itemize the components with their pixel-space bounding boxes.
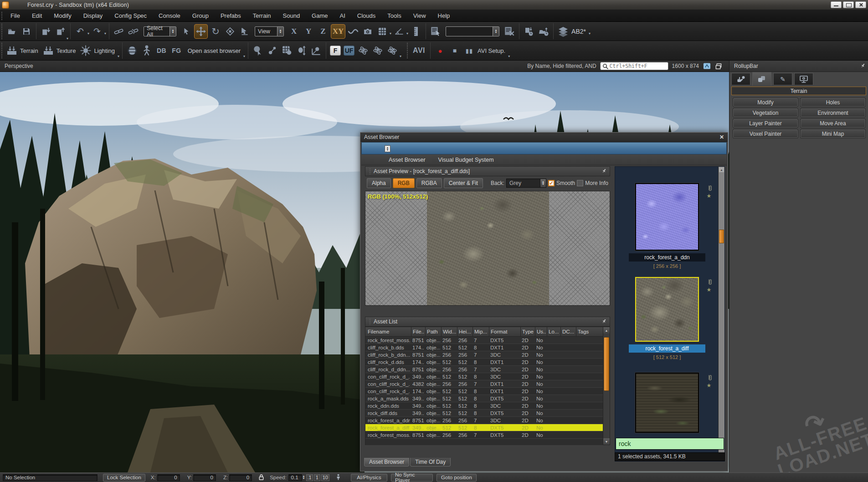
lighting-icon[interactable] (79, 43, 92, 58)
freeze-button[interactable]: F (330, 46, 341, 56)
axis-x-button[interactable]: X (287, 24, 301, 39)
drag-handle[interactable] (1, 23, 3, 39)
asset-list-scrollbar[interactable]: ▲ ▼ (603, 327, 610, 445)
menu-item[interactable]: Console (153, 10, 186, 22)
rollup-button[interactable]: Layer Painter (733, 119, 798, 128)
menu-item[interactable]: Game (306, 10, 334, 22)
menu-item[interactable]: Terrain (247, 10, 277, 22)
select-all-dropdown[interactable]: Select All ▲▼ (144, 26, 176, 36)
dropdown-caret[interactable]: ▾ (406, 31, 408, 36)
dropdown-caret[interactable]: ▾ (87, 31, 89, 36)
thumbnail-rock-forest-a-diff[interactable] (635, 277, 699, 342)
drag-handle[interactable] (1, 42, 3, 59)
dock-tab-asset-browser[interactable]: Asset Browser (364, 458, 409, 467)
column-width[interactable]: Wid... (441, 327, 456, 336)
object-height-icon[interactable] (295, 43, 308, 58)
asset-list-row[interactable]: cliff_rock_d.dds 174... obje... 512 512 … (365, 359, 603, 366)
thumbnail-label[interactable]: rock_forest_a_ddn (629, 253, 705, 262)
viewport-search-input[interactable] (610, 63, 661, 69)
dropdown-caret[interactable]: ▾ (508, 54, 510, 58)
menu-item[interactable]: Help (432, 10, 456, 22)
asset-browser-titlebar[interactable]: Asset Browser ✕ (360, 133, 728, 142)
simulate-objects-icon[interactable] (266, 43, 279, 58)
database-view-button[interactable]: DB (157, 47, 166, 54)
menu-item[interactable]: View (407, 10, 432, 22)
goto-position-button[interactable]: Goto position (437, 474, 477, 482)
ai-physics-button[interactable]: AI/Physics (351, 474, 387, 482)
background-color-dropdown[interactable]: Grey ▲▼ (506, 179, 546, 188)
asset-list-row[interactable]: rock_ddn.dds 349... obje... 512 512 8 3D… (365, 402, 603, 410)
unlink-icon[interactable] (127, 24, 140, 39)
avi-setup-button[interactable]: AVI Setup. (478, 47, 505, 54)
thumbnail-scrollbar[interactable]: ▲ ▼ (718, 167, 724, 461)
move-tool-icon[interactable] (194, 24, 208, 39)
object-angle-icon[interactable] (309, 43, 323, 58)
physics-apply-icon[interactable] (371, 43, 385, 58)
spinner-icon[interactable]: ▲▼ (277, 27, 283, 36)
asset-list-row[interactable]: cliff_rock_b.dds 174... obje... 512 512 … (365, 344, 603, 351)
close-icon[interactable]: ✕ (719, 134, 724, 140)
tab-display-icon[interactable] (794, 73, 813, 85)
select-by-name-icon[interactable] (429, 24, 442, 39)
column-path[interactable]: Path (425, 327, 440, 336)
select-object-icon[interactable] (251, 43, 265, 58)
snap-grid-icon[interactable] (375, 24, 389, 39)
menu-item[interactable]: File (5, 10, 26, 22)
rollup-button[interactable]: Vegetation (733, 108, 798, 117)
smooth-checkbox[interactable]: ✓ (548, 180, 555, 186)
rollupbar-header[interactable]: RollupBar (729, 61, 868, 72)
asset-list-row[interactable]: con_cliff_rock_d_... 43824 obje... 256 2… (365, 380, 603, 388)
asset-list-row[interactable]: rock_diff.dds 349... obje... 512 512 8 D… (365, 410, 603, 417)
menu-item[interactable]: Group (186, 10, 215, 22)
select-tool-icon[interactable] (180, 24, 193, 39)
select-move-tool-icon[interactable] (238, 24, 252, 39)
stop-icon[interactable]: ■ (448, 43, 462, 58)
rgb-button[interactable]: RGB (393, 178, 415, 188)
column-format[interactable]: Format (489, 327, 519, 336)
pin-icon[interactable] (860, 62, 866, 70)
column-filename[interactable]: Filename (366, 327, 410, 336)
active-layer-label[interactable]: AB2* (571, 28, 586, 35)
drag-handle[interactable] (369, 168, 371, 174)
export-file-icon[interactable]: ▾ (54, 24, 67, 39)
menu-item[interactable]: Modify (48, 10, 77, 22)
attachment-icon[interactable] (706, 279, 712, 285)
dropdown-caret[interactable]: ▾ (104, 31, 106, 36)
column-filesize[interactable]: File... (411, 327, 424, 336)
follow-terrain-icon[interactable] (346, 24, 360, 39)
redo-icon[interactable]: ↷ (90, 24, 104, 39)
minimize-button[interactable] (831, 1, 842, 8)
asset-list-row[interactable]: con_cliff_rock_d_... 174... obje... 512 … (365, 388, 603, 395)
favorite-star-icon[interactable]: ★ (707, 287, 712, 293)
asset-filter-input[interactable] (616, 438, 724, 450)
rollup-button[interactable]: Environment (801, 108, 865, 117)
unfreeze-button[interactable]: UF (344, 46, 354, 56)
axis-xy-button[interactable]: XY (331, 24, 345, 39)
resolution-settings-icon[interactable] (703, 62, 711, 70)
undo-icon[interactable]: ↶ (73, 24, 87, 39)
clear-selection-icon[interactable] (503, 24, 516, 39)
rotate-tool-icon[interactable]: ↻ (209, 24, 222, 39)
menu-item[interactable]: Display (77, 10, 109, 22)
drag-handle[interactable] (369, 318, 371, 325)
asset-list-row[interactable]: rock_a_mask.dds 349... obje... 512 512 8… (365, 395, 603, 402)
close-button[interactable] (855, 1, 866, 8)
asset-list-row[interactable]: rock_forest_moss... 87512 obje... 256 25… (365, 431, 603, 439)
thumbnail-rock-forest-a-ddn[interactable] (635, 183, 699, 251)
favorite-star-icon[interactable]: ★ (707, 193, 712, 199)
quick-load-icon[interactable] (537, 24, 550, 39)
column-dc[interactable]: DC... (560, 327, 575, 336)
rollup-button[interactable]: Move Area (801, 119, 865, 128)
column-type[interactable]: Type (520, 327, 534, 336)
rollup-button[interactable]: Holes (801, 98, 865, 107)
record-icon[interactable]: ● (433, 43, 447, 58)
scroll-down-icon[interactable]: ▼ (603, 438, 610, 445)
terrain-import-label[interactable]: Terrain (20, 47, 38, 54)
import-texture-icon[interactable] (41, 43, 55, 58)
view-dropdown[interactable]: View ▲▼ (255, 26, 284, 36)
rgba-button[interactable]: RGBA (416, 178, 442, 188)
spinner-icon[interactable]: ▲▼ (169, 27, 176, 36)
menu-item[interactable]: Sound (277, 10, 306, 22)
character-icon[interactable] (140, 43, 154, 58)
attachment-icon[interactable] (706, 374, 712, 381)
